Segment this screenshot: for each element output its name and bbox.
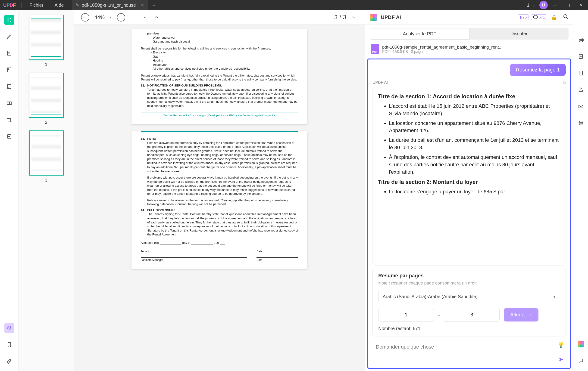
bookmark-button[interactable] — [4, 340, 14, 350]
annotate-tool-button[interactable] — [4, 31, 14, 42]
ocr-button[interactable]: OCR — [577, 36, 585, 44]
first-page-button[interactable] — [141, 13, 149, 21]
ai-response: Titre de la section 1: Accord de locatio… — [372, 87, 566, 266]
ai-toggle-button[interactable] — [577, 340, 585, 348]
zoom-in-button[interactable]: + — [117, 13, 125, 21]
attachment-button[interactable] — [4, 356, 14, 366]
user-avatar[interactable]: U — [539, 1, 548, 9]
thumb-label: 1 — [45, 62, 47, 67]
page-thumbnail-3[interactable] — [29, 130, 64, 176]
svg-rect-6 — [8, 69, 9, 70]
sign-tool-button[interactable] — [4, 81, 14, 92]
page-thumbnail-1[interactable] — [29, 15, 64, 60]
crop-tool-button[interactable] — [4, 115, 14, 125]
document-chip[interactable]: PDF pdf-1050g-sample_rental_agreement_ba… — [365, 42, 573, 57]
titlebar: UPDF Fichier Aide ✎ pdf-1050g-s...nt_or_… — [0, 0, 588, 10]
thumbnail-panel: 1 2 3 — [19, 10, 74, 371]
language-select[interactable]: Arabic (Saudi Arabia)-Arabe (Arabie Saou… — [378, 290, 560, 303]
file-name: pdf-1050g-sample_rental_agreement_basic_… — [382, 45, 503, 50]
svg-point-13 — [564, 15, 567, 18]
credits-badge-2: 💬 671 — [531, 14, 547, 20]
compress-button[interactable] — [577, 69, 585, 77]
window-count: 1 — [527, 2, 529, 8]
page-thumbnail-2[interactable] — [29, 73, 64, 118]
tab-analyse-pdf[interactable]: Analyser le PDF — [370, 28, 470, 40]
close-tab-icon[interactable]: ✕ — [140, 2, 145, 8]
page-total: 3 — [343, 14, 346, 21]
organize-tool-button[interactable] — [4, 98, 14, 108]
next-page-button[interactable] — [350, 13, 358, 21]
thumb-label: 2 — [45, 120, 47, 125]
app-logo: UPDF — [3, 2, 16, 8]
page-to-input[interactable] — [444, 308, 500, 322]
thumb-label: 3 — [45, 178, 47, 183]
svg-rect-17 — [579, 71, 582, 75]
document-tab[interactable]: ✎ pdf-1050g-s...nt_or_house ✕ — [72, 0, 148, 10]
menu-help[interactable]: Aide — [49, 2, 69, 8]
ai-panel: UPDF AI ▮ 76 💬 671 🔒 Analyser le PDF Dis… — [365, 10, 573, 371]
panel-note: Note : résumer chaque page consommera un… — [378, 281, 560, 286]
ai-conversation: Résumez la page 1 UPDF AI⧉ Titre de la s… — [368, 59, 571, 369]
chevron-down-icon: ▾ — [553, 294, 556, 299]
page-counter: / 3 — [328, 14, 346, 21]
page-from-input[interactable] — [378, 308, 434, 322]
view-toolbar: − 44% ▾ + / 3 — [74, 10, 365, 25]
zoom-value[interactable]: 44% — [93, 14, 106, 20]
pdf-icon: PDF — [371, 44, 379, 54]
tab-chat[interactable]: Discuter — [470, 28, 569, 40]
edit-tool-button[interactable] — [4, 48, 14, 58]
layers-button[interactable] — [4, 323, 14, 333]
maximize-button[interactable]: ▢ — [563, 0, 574, 10]
left-tool-rail — [0, 10, 19, 371]
zoom-dropdown-icon[interactable]: ▾ — [110, 16, 111, 19]
go-to-button[interactable]: Aller à → — [504, 308, 538, 321]
lock-icon: 🔒 — [551, 15, 557, 20]
zoom-out-button[interactable]: − — [81, 13, 89, 21]
ai-logo-icon — [370, 14, 377, 21]
right-tool-rail: OCR — [573, 10, 588, 371]
svg-rect-0 — [7, 18, 9, 22]
svg-rect-9 — [7, 102, 9, 105]
file-meta: PDF · 158.0 KB · 3 pages — [382, 50, 503, 54]
pencil-icon: ✎ — [75, 2, 79, 8]
menu-file[interactable]: Fichier — [24, 2, 49, 8]
prev-page-button[interactable] — [153, 13, 161, 21]
svg-line-14 — [567, 17, 568, 19]
redact-tool-button[interactable] — [4, 131, 14, 141]
svg-text:OCR: OCR — [579, 39, 584, 41]
new-tab-button[interactable]: ＋ — [151, 2, 157, 9]
convert-button[interactable] — [577, 52, 585, 60]
pdf-page: 13.PETS:Pets are allowed on the premises… — [131, 131, 307, 269]
close-window-button[interactable]: ✕ — [576, 0, 587, 10]
search-icon[interactable] — [563, 14, 568, 21]
thumbnails-mode-button[interactable] — [4, 15, 14, 25]
ai-title: UPDF AI — [381, 14, 401, 20]
comment-button[interactable] — [577, 357, 585, 365]
svg-rect-10 — [10, 102, 11, 105]
minimize-button[interactable]: — — [550, 0, 561, 10]
email-button[interactable] — [577, 102, 585, 110]
document-area: − 44% ▾ + / 3 premises Water and sewerGa… — [74, 10, 365, 371]
form-tool-button[interactable] — [4, 65, 14, 75]
user-message: Résumez la page 1 — [510, 64, 566, 76]
ask-input[interactable] — [374, 342, 555, 352]
chevron-down-icon[interactable]: ⌄ — [532, 3, 535, 7]
suggestions-icon[interactable]: 💡 — [557, 342, 564, 348]
credits-badge-1: ▮ 76 — [518, 14, 529, 20]
copy-icon[interactable]: ⧉ — [563, 80, 566, 85]
summarize-pages-panel: Résumé par pages Note : résumer chaque p… — [372, 268, 566, 336]
share-button[interactable] — [577, 86, 585, 94]
remaining-credits: Nombre restant: 671 — [378, 326, 560, 331]
pdf-page: premises Water and sewerGarbage and tras… — [131, 29, 307, 124]
print-button[interactable] — [577, 119, 585, 127]
panel-title: Résumé par pages — [378, 273, 560, 279]
tab-label: pdf-1050g-s...nt_or_house — [82, 2, 136, 8]
ai-sender-label: UPDF AI — [372, 80, 388, 85]
svg-rect-8 — [7, 84, 11, 89]
send-button[interactable]: ➤ — [558, 355, 564, 363]
page-input[interactable] — [328, 14, 337, 21]
